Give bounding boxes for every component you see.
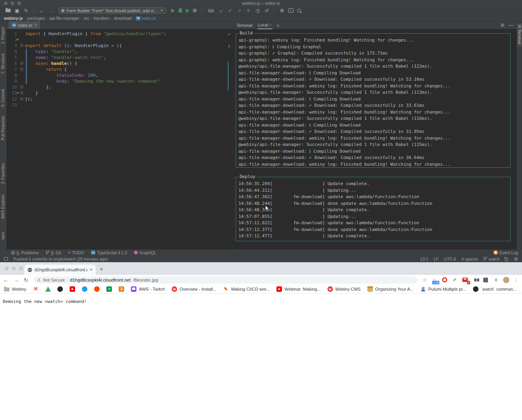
bookmark-item[interactable] [57,286,63,292]
git-tool-window-button[interactable]: 9: Git [46,250,61,255]
bookmark-item[interactable]: Webiny [4,287,26,291]
code-editor[interactable]: ✔ 1import { HandlerPlugin } from "@webin… [7,29,233,249]
breadcrumb-item[interactable]: api-file-manager [49,16,79,21]
tool-window-button--project[interactable]: 1: Project [1,27,5,44]
bookmark-star-icon[interactable]: ☆ [422,277,427,283]
close-window-button[interactable] [4,2,8,5]
indent-indicator[interactable]: 4 spaces [461,257,478,261]
run-configuration-select[interactable]: Form Builder "Form" Test.should publish,… [59,7,166,14]
git-update-icon[interactable]: ↙ [218,8,224,13]
bookmark-item[interactable]: Webinar: Making... [276,286,321,292]
zoom-window-button[interactable] [19,267,23,271]
extensions-puzzle-icon[interactable] [482,277,489,283]
gear-icon[interactable]: ⚙ [500,23,505,28]
close-icon[interactable]: × [270,23,272,27]
search-everywhere-icon[interactable] [297,9,301,12]
bookmark-item[interactable] [82,286,87,292]
window-controls[interactable] [5,267,23,271]
git-branch-widget[interactable]: watch [484,257,499,261]
close-icon[interactable]: × [34,23,37,27]
breadcrumb-item[interactable]: src [84,16,89,21]
editor-tab-index-ts[interactable]: TS index.ts × [9,21,40,29]
todo-tool-window-button[interactable]: ≡ TODO [68,250,84,255]
problems-tool-window-button[interactable]: ! 6: Problems [11,250,39,255]
bookmark-item[interactable]: ✎Making CI/CD wor... [223,286,270,292]
terminal-vertical-tab[interactable]: Terminal [517,23,522,47]
bookmark-item[interactable]: wWebiny CMS [327,286,361,292]
extension-pagetime-icon[interactable]: ⌂2.26 [431,277,437,283]
line-ending-indicator[interactable]: LF [434,257,439,261]
tool-window-button-pull-requests[interactable]: Pull Requests [1,116,5,140]
media-list-icon[interactable]: ≡ [493,277,499,283]
extension-eyedropper-icon[interactable]: ✐ [452,277,458,283]
extension-binoculars-icon[interactable] [472,277,478,283]
gear-icon[interactable]: ⚙ [514,256,518,262]
stop-button[interactable] [193,9,197,12]
open-folder-icon[interactable] [6,9,11,12]
run-button[interactable] [171,9,175,13]
back-icon[interactable]: ← [39,8,44,13]
run-coverage-button[interactable] [186,9,189,13]
minimize-window-button[interactable] [11,2,14,5]
bookmark-item[interactable]: Pulumi Multiple pr... [420,286,466,292]
tool-window-button--structure[interactable]: 7: Structure [1,53,5,74]
bookmark-item[interactable]: AWS - Twitch [131,286,165,292]
forward-icon[interactable]: → [48,8,53,13]
forward-icon[interactable]: → [13,277,19,283]
breadcrumb-item[interactable]: packages [27,16,45,21]
event-log-button[interactable]: Event Log [494,250,518,255]
browser-menu-icon[interactable]: ⋮ [513,277,518,283]
bookmark-item[interactable] [70,286,75,292]
bookmark-item[interactable]: Organizing Your A... [367,286,414,292]
breadcrumb-item[interactable]: download [114,16,132,21]
tool-window-toggle-icon[interactable] [4,257,8,261]
tool-window-button--commit[interactable]: 0: Commit [1,89,5,107]
run-anything-icon[interactable] [288,8,293,13]
caret-position[interactable]: 13:1 [420,257,428,261]
breadcrumb-file[interactable]: TSindex.ts [136,16,156,21]
debug-button[interactable] [178,8,182,13]
close-window-button[interactable] [5,267,9,271]
tool-window-button-aws-explorer[interactable]: AWS Explorer [1,194,5,219]
terminal-output[interactable]: Build api-graphql: webiny log: Finished … [233,29,516,249]
zoom-window-button[interactable] [17,2,21,5]
bookmark-item[interactable] [45,286,51,292]
address-bar[interactable]: ⚠ Not Secure d1hgd8csopkt4i.cloudfront.n… [33,276,418,284]
save-all-icon[interactable]: ▣ [14,8,20,13]
tool-window-button-npm[interactable]: npm [1,232,5,240]
tool-window-button--favorites[interactable]: 2: Favorites [1,163,5,184]
reload-icon[interactable]: ↻ [24,277,28,283]
unlock-icon[interactable] [505,259,508,261]
rollback-icon[interactable]: ↺ [264,8,269,13]
git-merge-icon[interactable]: ✳ [246,8,251,13]
breadcrumb-item[interactable]: handlers [94,16,110,21]
breadcrumb-item[interactable]: webiny-js [4,16,23,21]
terminal-tab-local[interactable]: Local × [257,22,272,29]
profile-avatar[interactable] [503,277,509,283]
bookmark-item[interactable]: M [33,286,38,292]
extension-opera-icon[interactable] [441,277,448,283]
new-tab-button[interactable]: + [100,265,103,272]
minimize-window-button[interactable] [12,267,16,271]
bookmark-item[interactable]: `watch` comman... [473,286,516,292]
bookmark-item[interactable]: + [106,286,112,292]
minimize-panel-icon[interactable]: — [509,23,513,28]
window-controls[interactable] [4,2,21,5]
encoding-indicator[interactable]: UTF-8 [444,257,456,261]
graphql-tool-window-button[interactable]: GraphQL [134,250,156,255]
wrench-settings-icon[interactable]: ⚙ [279,8,285,13]
extension-mail-icon[interactable]: 5 [462,277,468,283]
new-terminal-button[interactable]: + [276,23,280,28]
back-icon[interactable]: ← [3,277,9,283]
security-chip[interactable]: Not Secure [43,278,65,282]
typescript-service-button[interactable]: TS TypeScript 4.1.3 [91,250,127,255]
git-commit-icon[interactable]: ✔ [227,8,233,13]
bookmark-item[interactable]: wOverview - Install... [172,286,217,292]
close-tab-icon[interactable]: × [90,267,93,272]
sync-icon[interactable]: ↻ [23,8,29,13]
bookmark-item[interactable] [94,286,100,292]
bookmark-item[interactable]: λ [119,286,124,292]
git-push-icon[interactable]: ↗ [236,8,242,13]
browser-tab[interactable]: d1hgd8csopkt4i.cloudfront.ne × [25,265,96,275]
history-clock-icon[interactable]: ◷ [255,8,260,13]
